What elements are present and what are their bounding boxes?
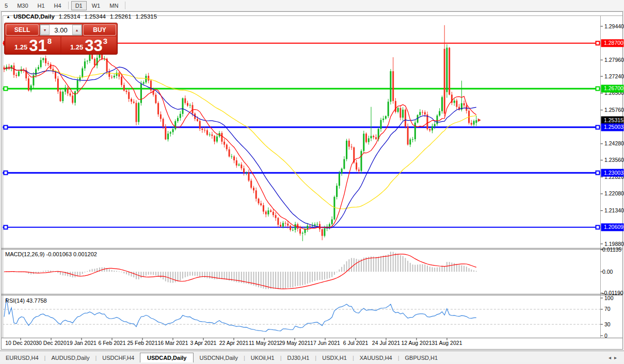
buy-price-big: 33	[85, 39, 102, 53]
svg-text:1.25315: 1.25315	[604, 117, 623, 123]
timeframe-button-h1[interactable]: H1	[34, 1, 49, 10]
svg-text:1.23003: 1.23003	[604, 170, 623, 176]
svg-text:6 Feb 2021: 6 Feb 2021	[98, 340, 125, 346]
volume-input[interactable]: 3.00	[50, 25, 72, 35]
svg-text:0: 0	[604, 333, 607, 339]
chart-tab-usdx[interactable]: USDX,H1	[316, 353, 353, 363]
chart-title: ▲ USDCAD,Daily 1.25314 1.25344 1.25261 1…	[6, 13, 157, 20]
svg-text:1.25003: 1.25003	[604, 124, 623, 130]
buy-button[interactable]: BUY	[83, 24, 116, 36]
svg-text:11 May 2021: 11 May 2021	[249, 340, 280, 346]
chart-tab-bar: EURUSD,H4|AUDUSD,Daily|USDCHF,H4USDCAD,D…	[0, 351, 624, 363]
svg-text:17 Jun 2021: 17 Jun 2021	[310, 340, 340, 346]
svg-text:16 Mar 2021: 16 Mar 2021	[158, 340, 188, 346]
svg-text:25 Feb 2021: 25 Feb 2021	[127, 340, 158, 346]
svg-text:30 Dec 2020: 30 Dec 2020	[36, 340, 67, 346]
svg-text:1.26700: 1.26700	[604, 85, 623, 91]
chart-tab-gbpusd[interactable]: GBPUSD,H1	[399, 353, 444, 363]
svg-text:70: 70	[604, 306, 611, 312]
svg-text:1.29440: 1.29440	[604, 23, 624, 29]
chart-tab-usdchf[interactable]: USDCHF,H4	[97, 353, 140, 363]
volume-spinner: ▼ 3.00 ▲	[40, 24, 82, 36]
timeframe-button-5[interactable]: 5	[1, 1, 12, 10]
svg-text:29 May 2021: 29 May 2021	[279, 340, 311, 346]
svg-text:30: 30	[604, 321, 611, 327]
chart-tab-usdcad[interactable]: USDCAD,Daily	[140, 353, 194, 363]
sell-price-sup: 8	[47, 37, 52, 45]
collapse-arrow-icon[interactable]: ▲	[6, 14, 10, 19]
svg-text:22 Apr 2021: 22 Apr 2021	[219, 340, 249, 346]
svg-text:1.23560: 1.23560	[604, 157, 624, 163]
chart-tab-xauusd[interactable]: XAUUSD,H4	[354, 353, 398, 363]
tab-scroll-arrows-icon[interactable]: ◂▸	[609, 355, 624, 363]
svg-text:0.00: 0.00	[602, 269, 613, 275]
ohlc-high: 1.25344	[84, 13, 106, 20]
toolbar-separator	[125, 2, 125, 9]
chart-symbol-label: USDCAD,Daily	[13, 13, 55, 20]
toolbar-separator	[68, 2, 69, 9]
timeframe-button-h4[interactable]: H4	[50, 1, 66, 10]
svg-text:24 Jul 2021: 24 Jul 2021	[372, 340, 400, 346]
rsi-indicator-label: RSI(14) 43.7758	[5, 297, 47, 304]
chart-tab-ukoil[interactable]: UKOil,H1	[245, 353, 280, 363]
svg-text:100: 100	[604, 295, 614, 301]
sell-price-display[interactable]: 1.25 31 8	[6, 37, 60, 53]
timeframe-button-w1[interactable]: W1	[88, 1, 105, 10]
svg-text:1.24280: 1.24280	[604, 140, 624, 146]
svg-text:12 Aug 2021: 12 Aug 2021	[402, 340, 432, 346]
ohlc-open: 1.25314	[59, 13, 81, 20]
timeframe-button-mn[interactable]: MN	[105, 1, 122, 10]
timeframe-button-d1[interactable]: D1	[71, 1, 87, 10]
svg-text:3 Apr 2021: 3 Apr 2021	[190, 340, 217, 346]
svg-text:1.20609: 1.20609	[604, 224, 623, 230]
timeframe-toolbar: 5M30H1H4D1W1MN	[0, 0, 624, 11]
svg-text:31 Aug 2021: 31 Aug 2021	[432, 340, 462, 346]
svg-text:1.19880: 1.19880	[604, 241, 624, 247]
chart-tab-dj30[interactable]: DJ30,H1	[282, 353, 315, 363]
svg-text:0.01135: 0.01135	[602, 246, 621, 253]
one-click-trading-panel: SELL ▼ 3.00 ▲ BUY 1.25 31 8 1.25 33 3	[4, 23, 118, 55]
svg-text:1.27960: 1.27960	[604, 57, 624, 63]
sell-price-big: 31	[29, 39, 46, 53]
sell-price-small: 1.25	[14, 43, 27, 51]
svg-text:1.25760: 1.25760	[604, 107, 624, 113]
svg-text:1.21340: 1.21340	[604, 207, 624, 213]
svg-text:6 Jul 2021: 6 Jul 2021	[343, 340, 369, 346]
sell-button[interactable]: SELL	[6, 24, 39, 36]
macd-indicator-label: MACD(12,26,9) -0.001063 0.001202	[5, 251, 97, 257]
buy-price-display[interactable]: 1.25 33 3	[61, 37, 116, 53]
timeframe-button-m30[interactable]: M30	[13, 1, 32, 10]
chart-tab-audusd[interactable]: AUDUSD,Daily	[45, 353, 95, 363]
buy-price-small: 1.25	[70, 43, 83, 51]
volume-decrease-button[interactable]: ▼	[40, 25, 50, 35]
ohlc-close: 1.25315	[136, 13, 157, 20]
svg-text:1.27240: 1.27240	[604, 73, 624, 79]
chart-tab-usdcnh[interactable]: USDCNH,Daily	[194, 353, 244, 363]
svg-text:19 Jan 2021: 19 Jan 2021	[67, 340, 97, 346]
svg-text:1.28700: 1.28700	[604, 40, 623, 46]
ohlc-low: 1.25261	[110, 13, 132, 20]
buy-price-sup: 3	[103, 37, 107, 45]
chart-tab-eurusd[interactable]: EURUSD,H4	[0, 353, 44, 363]
volume-increase-button[interactable]: ▲	[72, 25, 82, 35]
svg-text:1.22080: 1.22080	[604, 190, 624, 196]
main-chart-svg[interactable]: 1.294401.279601.272401.265001.257601.242…	[0, 11, 624, 350]
svg-text:10 Dec 2020: 10 Dec 2020	[5, 340, 36, 346]
